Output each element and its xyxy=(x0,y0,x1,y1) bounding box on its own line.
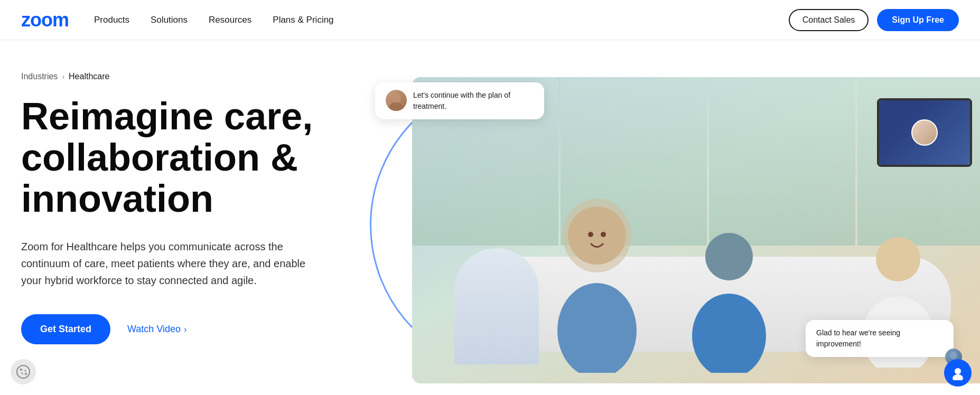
tv-avatar xyxy=(911,119,938,146)
user-icon-svg xyxy=(950,365,965,380)
svg-point-7 xyxy=(876,237,920,281)
breadcrumb-separator: › xyxy=(62,72,64,81)
svg-point-1 xyxy=(563,199,631,272)
user-support-icon[interactable] xyxy=(944,359,972,387)
svg-point-6 xyxy=(692,294,766,373)
watch-video-button[interactable]: Watch Video › xyxy=(127,324,186,335)
hero-left-content: Industries › Healthcare Reimagine care, … xyxy=(21,61,380,344)
tv-content xyxy=(879,100,970,165)
doctor-figure-1 xyxy=(454,209,539,368)
svg-point-2 xyxy=(557,283,637,373)
svg-point-9 xyxy=(391,93,401,103)
svg-point-15 xyxy=(25,370,26,372)
hero-description: Zoom for Healthcare helps you communicat… xyxy=(21,238,328,289)
breadcrumb-parent[interactable]: Industries xyxy=(21,72,58,81)
doctor-figure-2 xyxy=(549,193,645,373)
doctor-2-svg xyxy=(549,193,645,373)
avatar-icon-top xyxy=(386,90,407,111)
chat-text-bottom: Glad to hear we're seeing improvement! xyxy=(816,328,900,348)
doctor-3-svg xyxy=(687,225,771,373)
contact-sales-button[interactable]: Contact Sales xyxy=(789,9,869,31)
get-started-button[interactable]: Get Started xyxy=(21,314,110,344)
chat-avatar-top xyxy=(386,90,407,111)
svg-point-13 xyxy=(17,365,30,378)
hero-title: Reimagine care, collaboration & innovati… xyxy=(21,96,359,219)
window-pane-3 xyxy=(709,77,855,246)
nav-resources[interactable]: Resources xyxy=(209,15,251,25)
chat-text-top: Let's continue with the plan of treatmen… xyxy=(413,90,534,112)
hero-section: Industries › Healthcare Reimagine care, … xyxy=(0,40,980,395)
hero-right-visual: Let's continue with the plan of treatmen… xyxy=(380,61,959,395)
breadcrumb-current: Healthcare xyxy=(69,72,109,81)
svg-point-4 xyxy=(601,232,606,237)
signup-button[interactable]: Sign Up Free xyxy=(877,9,959,31)
svg-point-16 xyxy=(22,373,23,374)
hero-buttons: Get Started Watch Video › xyxy=(21,314,359,344)
navbar: zoom Products Solutions Resources Plans … xyxy=(0,0,980,40)
nav-actions: Contact Sales Sign Up Free xyxy=(789,9,959,31)
svg-point-17 xyxy=(25,373,27,375)
svg-point-18 xyxy=(955,368,961,374)
svg-point-14 xyxy=(20,369,22,371)
cookie-icon-svg xyxy=(16,364,31,379)
chat-bubble-bottom: Glad to hear we're seeing improvement! xyxy=(806,320,954,357)
svg-point-11 xyxy=(950,352,957,359)
watch-video-arrow: › xyxy=(184,325,186,334)
chat-bubble-top: Let's continue with the plan of treatmen… xyxy=(375,82,544,119)
nav-solutions[interactable]: Solutions xyxy=(151,15,188,25)
breadcrumb: Industries › Healthcare xyxy=(21,72,359,81)
tv-screen xyxy=(877,98,972,167)
cookie-icon[interactable] xyxy=(11,359,36,384)
watch-video-label: Watch Video xyxy=(127,324,181,335)
svg-point-19 xyxy=(953,374,963,380)
nav-products[interactable]: Products xyxy=(94,15,129,25)
nav-links: Products Solutions Resources Plans & Pri… xyxy=(94,15,789,25)
doctor-figure-3 xyxy=(687,225,771,373)
svg-point-5 xyxy=(705,233,753,280)
svg-point-3 xyxy=(588,232,593,237)
svg-point-10 xyxy=(389,102,404,111)
nav-pricing[interactable]: Plans & Pricing xyxy=(273,15,333,25)
zoom-logo[interactable]: zoom xyxy=(21,9,69,31)
